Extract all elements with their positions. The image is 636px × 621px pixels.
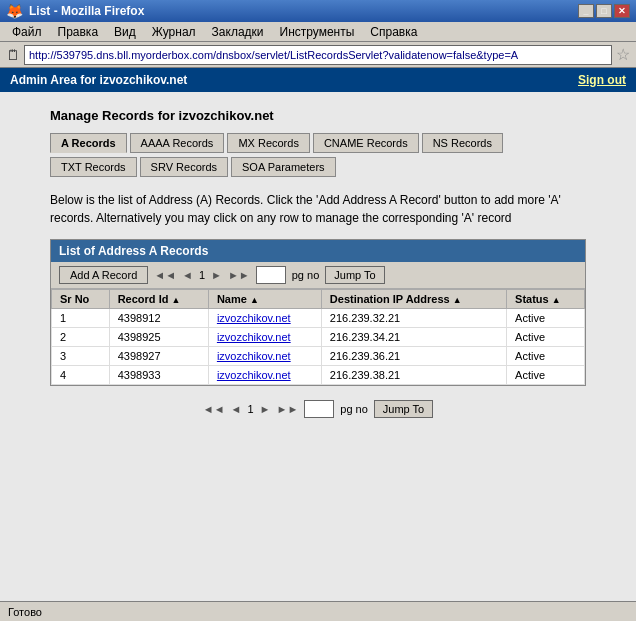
cell-name[interactable]: izvozchikov.net bbox=[208, 328, 321, 347]
cell-destination: 216.239.32.21 bbox=[321, 309, 506, 328]
cell-status: Active bbox=[507, 309, 585, 328]
menu-file[interactable]: Файл bbox=[4, 23, 50, 41]
window-controls: _ □ ✕ bbox=[578, 4, 630, 18]
admin-header: Admin Area for izvozchikov.net Sign out bbox=[0, 68, 636, 92]
bottom-pagination-row: ◄◄ ◄ 1 ► ►► pg no Jump To bbox=[50, 400, 586, 418]
table-row[interactable]: 2 4398925 izvozchikov.net 216.239.34.21 … bbox=[52, 328, 585, 347]
maximize-button[interactable]: □ bbox=[596, 4, 612, 18]
titlebar-text: List - Mozilla Firefox bbox=[29, 4, 578, 18]
close-button[interactable]: ✕ bbox=[614, 4, 630, 18]
bottom-next-button[interactable]: ► bbox=[260, 403, 271, 415]
description-text: Below is the list of Address (A) Records… bbox=[50, 191, 586, 227]
tab-cname-records[interactable]: CNAME Records bbox=[313, 133, 419, 153]
cell-record-id: 4398927 bbox=[109, 347, 208, 366]
bottom-jump-to-button[interactable]: Jump To bbox=[374, 400, 433, 418]
statusbar: Готово bbox=[0, 601, 636, 621]
table-row[interactable]: 3 4398927 izvozchikov.net 216.239.36.21 … bbox=[52, 347, 585, 366]
next-next-button[interactable]: ►► bbox=[228, 269, 250, 281]
cell-status: Active bbox=[507, 347, 585, 366]
tab-a-records[interactable]: A Records bbox=[50, 133, 127, 153]
record-link[interactable]: izvozchikov.net bbox=[217, 369, 291, 381]
menu-edit[interactable]: Правка bbox=[50, 23, 107, 41]
titlebar-icon: 🦊 bbox=[6, 3, 23, 19]
cell-record-id: 4398925 bbox=[109, 328, 208, 347]
url-input[interactable] bbox=[24, 45, 612, 65]
cell-status: Active bbox=[507, 366, 585, 385]
page-number-input[interactable] bbox=[256, 266, 286, 284]
titlebar: 🦊 List - Mozilla Firefox _ □ ✕ bbox=[0, 0, 636, 22]
col-record-id[interactable]: Record Id ▲ bbox=[109, 290, 208, 309]
table-row[interactable]: 1 4398912 izvozchikov.net 216.239.32.21 … bbox=[52, 309, 585, 328]
main-content: Manage Records for izvozchikov.net A Rec… bbox=[0, 92, 636, 601]
sort-record-id-icon: ▲ bbox=[171, 295, 180, 305]
menu-help[interactable]: Справка bbox=[362, 23, 425, 41]
tab-aaaa-records[interactable]: AAAA Records bbox=[130, 133, 225, 153]
cell-name[interactable]: izvozchikov.net bbox=[208, 347, 321, 366]
cell-sr-no: 3 bbox=[52, 347, 110, 366]
tab-mx-records[interactable]: MX Records bbox=[227, 133, 310, 153]
minimize-button[interactable]: _ bbox=[578, 4, 594, 18]
prev-prev-button[interactable]: ◄◄ bbox=[154, 269, 176, 281]
tab-ns-records[interactable]: NS Records bbox=[422, 133, 503, 153]
col-status[interactable]: Status ▲ bbox=[507, 290, 585, 309]
sort-status-icon: ▲ bbox=[552, 295, 561, 305]
add-a-record-button[interactable]: Add A Record bbox=[59, 266, 148, 284]
records-table: Sr No Record Id ▲ Name ▲ Destination IP … bbox=[51, 289, 585, 385]
record-link[interactable]: izvozchikov.net bbox=[217, 331, 291, 343]
cell-sr-no: 1 bbox=[52, 309, 110, 328]
menu-view[interactable]: Вид bbox=[106, 23, 144, 41]
admin-header-title: Admin Area for izvozchikov.net bbox=[10, 73, 187, 87]
jump-to-button[interactable]: Jump To bbox=[325, 266, 384, 284]
col-sr-no: Sr No bbox=[52, 290, 110, 309]
bottom-page-number-input[interactable] bbox=[304, 400, 334, 418]
page-icon: 🗒 bbox=[6, 47, 20, 63]
statusbar-text: Готово bbox=[8, 606, 42, 618]
bookmark-star-icon[interactable]: ☆ bbox=[616, 45, 630, 64]
manage-title: Manage Records for izvozchikov.net bbox=[50, 108, 586, 123]
col-destination-ip[interactable]: Destination IP Address ▲ bbox=[321, 290, 506, 309]
sort-dest-icon: ▲ bbox=[453, 295, 462, 305]
pg-no-label: pg no bbox=[292, 269, 320, 281]
cell-name[interactable]: izvozchikov.net bbox=[208, 309, 321, 328]
current-page: 1 bbox=[199, 269, 205, 281]
bottom-current-page: 1 bbox=[247, 403, 253, 415]
menu-journal[interactable]: Журнал bbox=[144, 23, 204, 41]
table-header-label: List of Address A Records bbox=[51, 240, 585, 262]
menu-tools[interactable]: Инструменты bbox=[272, 23, 363, 41]
record-link[interactable]: izvozchikov.net bbox=[217, 350, 291, 362]
menu-bookmarks[interactable]: Закладки bbox=[204, 23, 272, 41]
tabs-row-2: TXT Records SRV Records SOA Parameters bbox=[50, 157, 586, 177]
cell-sr-no: 2 bbox=[52, 328, 110, 347]
cell-status: Active bbox=[507, 328, 585, 347]
record-link[interactable]: izvozchikov.net bbox=[217, 312, 291, 324]
cell-record-id: 4398933 bbox=[109, 366, 208, 385]
tab-soa-parameters[interactable]: SOA Parameters bbox=[231, 157, 336, 177]
bottom-prev-prev-button[interactable]: ◄◄ bbox=[203, 403, 225, 415]
prev-button[interactable]: ◄ bbox=[182, 269, 193, 281]
sort-name-icon: ▲ bbox=[250, 295, 259, 305]
cell-name[interactable]: izvozchikov.net bbox=[208, 366, 321, 385]
top-pagination-row: Add A Record ◄◄ ◄ 1 ► ►► pg no Jump To bbox=[51, 262, 585, 289]
cell-destination: 216.239.36.21 bbox=[321, 347, 506, 366]
cell-sr-no: 4 bbox=[52, 366, 110, 385]
tab-txt-records[interactable]: TXT Records bbox=[50, 157, 137, 177]
table-row[interactable]: 4 4398933 izvozchikov.net 216.239.38.21 … bbox=[52, 366, 585, 385]
addressbar: 🗒 ☆ bbox=[0, 42, 636, 68]
sign-out-link[interactable]: Sign out bbox=[578, 73, 626, 87]
tabs-row-1: A Records AAAA Records MX Records CNAME … bbox=[50, 133, 586, 153]
next-button[interactable]: ► bbox=[211, 269, 222, 281]
col-name[interactable]: Name ▲ bbox=[208, 290, 321, 309]
cell-destination: 216.239.34.21 bbox=[321, 328, 506, 347]
bottom-prev-button[interactable]: ◄ bbox=[231, 403, 242, 415]
table-section: List of Address A Records Add A Record ◄… bbox=[50, 239, 586, 386]
cell-destination: 216.239.38.21 bbox=[321, 366, 506, 385]
bottom-next-next-button[interactable]: ►► bbox=[277, 403, 299, 415]
cell-record-id: 4398912 bbox=[109, 309, 208, 328]
bottom-pg-no-label: pg no bbox=[340, 403, 368, 415]
tab-srv-records[interactable]: SRV Records bbox=[140, 157, 228, 177]
menubar: Файл Правка Вид Журнал Закладки Инструме… bbox=[0, 22, 636, 42]
